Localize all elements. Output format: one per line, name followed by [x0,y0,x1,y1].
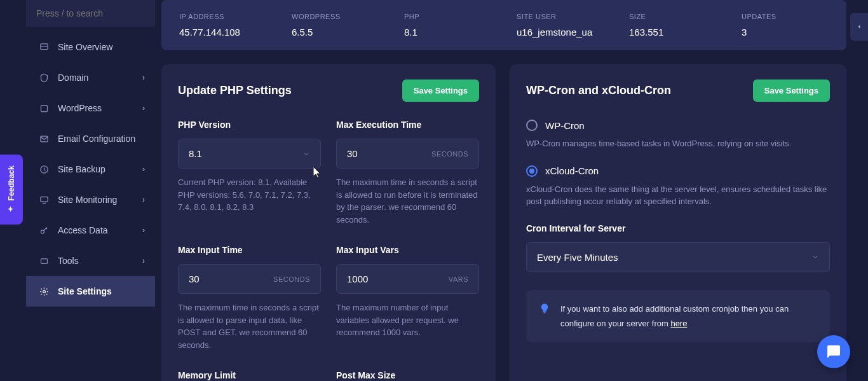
php-settings-panel: Update PHP Settings Save Settings PHP Ve… [161,64,496,381]
chat-icon [826,344,841,359]
max-input-vars-help: The maximum number of input variables al… [336,301,479,339]
mail-icon [39,134,49,144]
chevron-right-icon: › [142,104,145,113]
select-value: Every Five Minutes [537,252,618,263]
feedback-label: Feedback [7,165,16,200]
here-link[interactable]: here [670,319,687,328]
wp-cron-desc: WP-Cron manages time-based tasks in Word… [526,137,830,150]
xcloud-cron-radio[interactable]: xCloud-Cron [526,165,830,177]
save-php-button[interactable]: Save Settings [402,80,479,102]
nav-label: Site Settings [58,286,112,296]
unit-label: SECONDS [273,275,310,283]
main-content: IP ADDRESS 45.77.144.108 WORDPRESS 6.5.5… [161,0,846,381]
max-exec-help: The maximum time in seconds a script is … [336,176,479,226]
sidebar-item-domain[interactable]: Domain › [26,62,155,93]
overview-icon [39,42,49,52]
max-input-vars-label: Max Input Vars [336,245,479,255]
search-box[interactable] [26,0,155,27]
cron-panel: WP-Cron and xCloud-Cron Save Settings WP… [510,64,846,381]
lightbulb-icon [539,303,550,314]
nav-label: Site Monitoring [58,195,117,205]
svg-point-9 [41,230,44,233]
info-label: PHP [404,13,491,20]
sidebar-item-backup[interactable]: Site Backup › [26,154,155,184]
info-wordpress: WORDPRESS 6.5.5 [292,13,379,38]
sidebar-item-wordpress[interactable]: WordPress › [26,93,155,123]
radio-label: xCloud-Cron [545,165,599,176]
chevron-down-icon [302,150,310,158]
info-value: u16_jemstone_ua [517,27,604,38]
max-input-time-input[interactable] [189,274,262,284]
nav-label: Email Configuration [58,134,135,144]
tools-icon [39,256,49,266]
unit-label: SECONDS [431,150,468,158]
info-site-user: SITE USER u16_jemstone_ua [517,13,604,38]
php-version-help: Current PHP version: 8.1, Available PHP … [178,176,321,214]
nav-label: Site Backup [58,164,105,174]
cron-interval-label: Cron Interval for Server [526,223,830,233]
key-icon [39,225,49,235]
sidebar-item-site-settings[interactable]: Site Settings [26,276,155,307]
sparkle-icon [7,205,16,214]
nav-label: Site Overview [58,42,112,52]
php-version-label: PHP Version [178,120,321,130]
chevron-right-icon: › [142,165,145,174]
chevron-right-icon: › [142,226,145,235]
sidebar-item-email[interactable]: Email Configuration [26,123,155,154]
nav-label: Tools [58,256,79,266]
monitor-icon [39,195,49,205]
wp-cron-radio[interactable]: WP-Cron [526,120,830,131]
info-size: SIZE 163.551 [629,13,716,38]
chevron-right-icon: › [142,256,145,265]
unit-label: VARS [449,275,468,283]
radio-label: WP-Cron [545,120,585,131]
panel-title: WP-Cron and xCloud-Cron [526,84,671,97]
info-label: SITE USER [517,13,604,20]
backup-icon [39,164,49,174]
feedback-tab[interactable]: Feedback [0,155,23,225]
sidebar-item-site-overview[interactable]: Site Overview [26,32,155,62]
svg-rect-4 [41,105,47,111]
cron-interval-select[interactable]: Every Five Minutes [526,242,830,272]
info-ip: IP ADDRESS 45.77.144.108 [179,13,266,38]
info-label: SIZE [629,13,716,20]
cron-info-box: If you want to also add additional custo… [526,290,830,343]
sidebar-item-monitoring[interactable]: Site Monitoring › [26,184,155,215]
post-max-label: Post Max Size [336,370,479,380]
info-value: 8.1 [404,27,491,38]
info-value: 6.5.5 [292,27,379,38]
search-input[interactable] [36,8,147,18]
chevron-left-icon [856,24,862,30]
max-input-time-label: Max Input Time [178,245,321,255]
svg-point-11 [43,290,45,293]
gear-icon [39,286,49,296]
nav-label: WordPress [58,103,102,113]
chevron-right-icon: › [142,73,145,82]
panel-title: Update PHP Settings [178,84,292,97]
wordpress-icon [39,103,49,113]
radio-icon-checked [526,165,538,177]
info-value: 163.551 [629,27,716,38]
info-php: PHP 8.1 [404,13,491,38]
chat-fab[interactable] [817,335,850,368]
sidebar-item-tools[interactable]: Tools › [26,246,155,276]
info-value: 45.77.144.108 [179,27,266,38]
sidebar: Site Overview Domain › WordPress › Email… [26,0,155,381]
right-collapse-toggle[interactable] [850,13,868,41]
info-label: UPDATES [742,13,829,20]
sidebar-item-access[interactable]: Access Data › [26,215,155,246]
chevron-right-icon: › [142,195,145,204]
max-input-time-help: The maximum time in seconds a script is … [178,301,321,351]
info-bar: IP ADDRESS 45.77.144.108 WORDPRESS 6.5.5… [161,0,846,50]
max-exec-input[interactable] [347,148,420,159]
info-label: WORDPRESS [292,13,379,20]
memory-limit-label: Memory Limit [178,370,321,380]
nav-label: Domain [58,73,88,83]
max-input-vars-input[interactable] [347,274,420,284]
select-value: 8.1 [189,148,202,159]
info-box-text: If you want to also add additional custo… [560,301,817,331]
radio-icon [526,120,538,131]
save-cron-button[interactable]: Save Settings [753,80,830,102]
info-value: 3 [742,27,829,38]
php-version-select[interactable]: 8.1 [178,139,321,169]
